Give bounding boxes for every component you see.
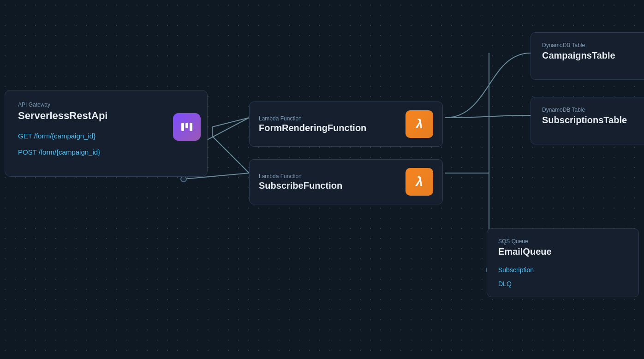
form-rendering-inner: Lambda Function FormRenderingFunction λ (249, 102, 443, 147)
subscribe-title: SubscribeFunction (259, 180, 342, 191)
diagram-canvas: API Gateway ServerlessRestApi GET /form/… (0, 0, 644, 359)
sqs-queue-node: SQS Queue EmailQueue Subscription DLQ (487, 228, 639, 297)
form-rendering-title: FormRenderingFunction (259, 123, 366, 133)
sqs-type-label: SQS Queue (498, 238, 627, 245)
subscriptions-table-inner: DynamoDB Table SubscriptionsTable (531, 97, 644, 144)
svg-line-0 (212, 118, 249, 127)
campaigns-table-node: DynamoDB Table CampaignsTable (531, 32, 644, 80)
subscribe-function-node: Lambda Function SubscribeFunction λ (249, 159, 443, 204)
campaigns-table-inner: DynamoDB Table CampaignsTable (531, 32, 644, 80)
haiku-icon (181, 123, 192, 131)
subscriptions-table-node: DynamoDB Table SubscriptionsTable (531, 97, 644, 144)
sqs-queue-title: EmailQueue (498, 246, 627, 257)
subscribe-lambda-icon: λ (405, 168, 433, 196)
sqs-queue-inner: SQS Queue EmailQueue Subscription DLQ (487, 228, 639, 297)
svg-line-1 (212, 136, 249, 173)
form-rendering-node: Lambda Function FormRenderingFunction λ (249, 102, 443, 147)
form-rendering-text: Lambda Function FormRenderingFunction (259, 115, 366, 133)
subscribe-inner: Lambda Function SubscribeFunction λ (249, 159, 443, 204)
campaigns-table-title: CampaignsTable (542, 50, 639, 61)
subscriptions-type-label: DynamoDB Table (542, 107, 639, 113)
lambda-symbol: λ (416, 117, 423, 132)
api-gateway-title: ServerlessRestApi (18, 110, 194, 122)
api-route-get[interactable]: GET /form/{campaign_id} (18, 131, 194, 141)
subscribe-type: Lambda Function (259, 173, 342, 180)
api-gateway-icon-box (173, 113, 201, 141)
haiku-icon-box (173, 113, 201, 141)
subscriptions-table-title: SubscriptionsTable (542, 115, 639, 126)
subscribe-text: Lambda Function SubscribeFunction (259, 173, 342, 191)
svg-point-11 (181, 176, 186, 182)
sqs-item-subscription[interactable]: Subscription (498, 266, 627, 274)
sqs-item-dlq[interactable]: DLQ (498, 280, 627, 287)
api-gateway-type-label: API Gateway (18, 102, 194, 108)
form-rendering-type: Lambda Function (259, 115, 366, 122)
lambda-symbol-2: λ (416, 174, 423, 189)
form-rendering-lambda-icon: λ (405, 110, 433, 138)
campaigns-type-label: DynamoDB Table (542, 42, 639, 48)
api-route-post[interactable]: POST /form/{campaign_id} (18, 147, 194, 157)
